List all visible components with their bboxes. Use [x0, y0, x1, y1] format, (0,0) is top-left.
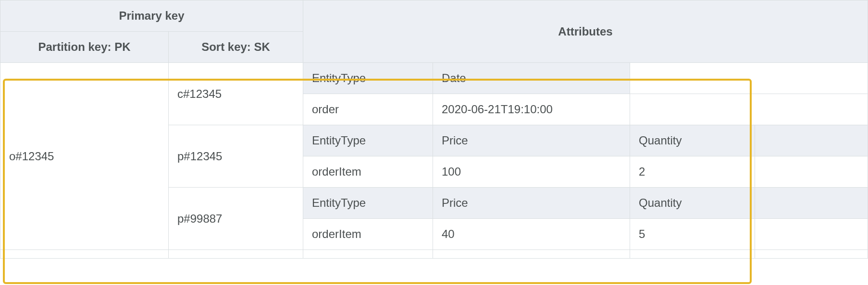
dynamodb-table: Primary key Attributes Partition key: PK… — [0, 0, 868, 259]
attr-value-cell — [755, 219, 868, 250]
pk-cell: o#12345 — [0, 63, 169, 250]
attr-label-cell — [755, 188, 868, 219]
attr-label-cell: Price — [433, 125, 630, 156]
attr-label-cell: EntityType — [303, 188, 433, 219]
table-row — [0, 250, 868, 259]
attr-label-cell: EntityType — [303, 125, 433, 156]
attr-value-cell: orderItem — [303, 219, 433, 250]
attr-label-cell — [755, 125, 868, 156]
header-attributes: Attributes — [303, 0, 868, 63]
attr-value-cell: 5 — [630, 219, 755, 250]
attr-label-cell: Quantity — [630, 188, 755, 219]
attr-value-cell: 2020-06-21T19:10:00 — [433, 94, 630, 125]
table-container: Primary key Attributes Partition key: PK… — [0, 0, 868, 285]
attr-value-cell: order — [303, 94, 433, 125]
attr-label-cell — [755, 63, 868, 94]
attr-value-cell: orderItem — [303, 156, 433, 188]
attr-value-cell — [755, 156, 868, 188]
attr-label-cell: EntityType — [303, 63, 433, 94]
attr-value-cell: 2 — [630, 156, 755, 188]
attr-value-cell: 100 — [433, 156, 630, 188]
attr-label-cell: Quantity — [630, 125, 755, 156]
sk-cell: p#99887 — [169, 188, 303, 250]
table-row: o#12345 c#12345 EntityType Date — [0, 63, 868, 94]
attr-value-cell: 40 — [433, 219, 630, 250]
attr-value-cell — [755, 94, 868, 125]
sk-cell: c#12345 — [169, 63, 303, 125]
sk-cell: p#12345 — [169, 125, 303, 188]
attr-value-cell — [630, 94, 755, 125]
header-sort-key: Sort key: SK — [169, 32, 303, 63]
attr-label-cell — [630, 63, 755, 94]
attr-label-cell: Date — [433, 63, 630, 94]
header-partition-key: Partition key: PK — [0, 32, 169, 63]
header-primary-key: Primary key — [0, 0, 303, 32]
attr-label-cell: Price — [433, 188, 630, 219]
